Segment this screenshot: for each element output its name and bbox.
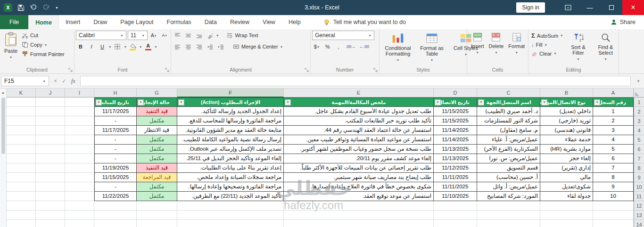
cell-J3[interactable] [36, 116, 65, 126]
filter-button-C[interactable]: ▼ [478, 99, 484, 105]
tab-insert[interactable]: Insert [59, 15, 87, 29]
tab-view[interactable]: View [256, 15, 282, 29]
cell-F10[interactable]: مراجعة الفاتورة وتصحيحها وإعادة إرسالها. [177, 182, 284, 192]
align-middle-button[interactable] [183, 31, 193, 40]
cell-D14[interactable] [434, 220, 477, 227]
table-header-F[interactable]: الإجراء المطلوب (Action)▼ [177, 97, 284, 107]
enter-formula-button[interactable]: ✓ [62, 78, 66, 84]
delete-cells-button[interactable]: Delete ▼ [487, 31, 506, 66]
cell-D9[interactable]: 11/11/2025 [434, 173, 477, 182]
row-header-10[interactable]: 10 [634, 182, 644, 192]
cell-A8[interactable]: 7 [593, 163, 634, 173]
merge-center-button[interactable]: Merge & Center ▼ [231, 43, 284, 50]
name-box-dropdown-icon[interactable]: ▼ [43, 80, 46, 83]
cell-E8[interactable]: طلب تقرير إحصائي عن بيانات المبيعات للأج… [284, 163, 434, 173]
cell-G12[interactable] [137, 201, 177, 211]
cell-H13[interactable] [94, 211, 137, 220]
format-cells-button[interactable]: Format ▼ [506, 31, 527, 66]
cell-F7[interactable]: إلغاء الموعد وتأكيد الحجز البديل في 25/1… [177, 154, 284, 163]
column-header-H[interactable]: H [94, 89, 137, 97]
cell-K3[interactable] [7, 116, 36, 126]
filter-button-D[interactable]: ▼ [435, 99, 441, 105]
cell-H10[interactable]: - [94, 182, 137, 192]
cell-A6[interactable]: 5 [593, 145, 634, 154]
cell-A4[interactable]: 3 [593, 126, 634, 135]
undo-button[interactable] [30, 4, 37, 11]
cell-J6[interactable] [36, 145, 65, 154]
increase-decimal-button[interactable]: .00→ [345, 42, 357, 51]
cell-G14[interactable] [137, 220, 177, 227]
cell-I12[interactable] [65, 201, 94, 211]
cell-G11[interactable]: مكتمل [137, 192, 177, 201]
alignment-dialog-launcher[interactable] [305, 68, 309, 72]
cell-F2[interactable]: إعداد الجدول الجديد وإرساله للتأكيد. [177, 107, 284, 116]
cell-I1[interactable] [65, 97, 94, 107]
cell-G7[interactable]: مكتمل [137, 154, 177, 163]
font-family-select[interactable]: Calibri ▼ [76, 31, 126, 40]
cell-A9[interactable]: 8 [593, 173, 634, 182]
wrap-text-button[interactable]: Wrap Text [225, 32, 259, 39]
cancel-formula-button[interactable]: × [54, 78, 57, 84]
align-left-button[interactable] [173, 42, 182, 51]
cell-K10[interactable] [7, 182, 36, 192]
increase-font-size-button[interactable]: A▲ [149, 31, 158, 40]
row-header-9[interactable]: 9 [634, 173, 644, 182]
cell-C8[interactable]: قسم التسويق [477, 163, 540, 173]
cell-K9[interactable] [7, 173, 36, 182]
cell-C4[interactable]: م. سامح (مقاول) [477, 126, 540, 135]
cell-J2[interactable] [36, 107, 65, 116]
cell-E14[interactable] [284, 220, 434, 227]
cell-J13[interactable] [36, 211, 65, 220]
cell-D11[interactable]: 11/10/2025 [434, 192, 477, 201]
cell-H8[interactable]: 11/19/2025 [94, 163, 137, 173]
cell-I2[interactable] [65, 107, 94, 116]
filter-button-H[interactable]: ▼ [96, 99, 102, 105]
orientation-button[interactable]: ab [205, 31, 215, 40]
select-all-corner[interactable] [634, 89, 644, 97]
cell-C12[interactable] [477, 201, 540, 211]
row-header-11[interactable]: 11 [634, 192, 644, 201]
cell-G10[interactable]: مكتمل [137, 182, 177, 192]
column-header-F[interactable]: F [177, 89, 284, 97]
clear-dropdown-icon[interactable]: ▼ [553, 52, 556, 55]
table-header-E[interactable]: ملخص المكالمة/المهمة▼ [284, 97, 434, 107]
cell-D6[interactable]: 11/13/2025 [434, 145, 477, 154]
cell-F11[interactable]: تأكيد الموعد الجديد (22/11) مع الطرفين. [177, 192, 284, 201]
filter-button-A[interactable]: ▼ [594, 99, 600, 105]
align-top-button[interactable] [173, 31, 182, 40]
cell-D3[interactable]: 11/15/2025 [434, 116, 477, 126]
cell-K4[interactable] [7, 126, 36, 135]
percent-button[interactable]: % [323, 42, 332, 51]
number-dialog-launcher[interactable] [373, 68, 378, 72]
column-header-A[interactable]: A [593, 89, 634, 97]
tab-review[interactable]: Review [223, 15, 256, 29]
cell-E6[interactable]: طلب نسخة من سجل حضور وغياب الموظفين لشهر… [284, 145, 434, 154]
cell-A10[interactable]: 9 [593, 182, 634, 192]
paste-button[interactable]: Paste ▼ [1, 31, 20, 66]
table-header-B[interactable]: نوع الاتصال/المهمة▼ [540, 97, 593, 107]
cell-A7[interactable]: 6 [593, 154, 634, 163]
scrollbar-thumb[interactable] [1, 97, 5, 154]
tab-file[interactable]: File [0, 15, 28, 29]
cell-B8[interactable]: إداري (تقرير) [540, 163, 593, 173]
cell-H14[interactable] [94, 220, 137, 227]
cell-I6[interactable] [65, 145, 94, 154]
filter-button-G[interactable]: ▼ [138, 99, 144, 105]
cell-K5[interactable] [7, 135, 36, 145]
cell-C3[interactable]: شركة النور للمستلزمات [477, 116, 540, 126]
share-button[interactable]: Share [611, 15, 636, 29]
cell-B3[interactable]: توريد (خارجي) [540, 116, 593, 126]
cell-F4[interactable]: متابعة حالة العقد مع مدير الشؤون القانون… [177, 126, 284, 135]
fill-color-button[interactable] [128, 42, 138, 51]
cell-H7[interactable]: - [94, 154, 137, 163]
table-header-C[interactable]: اسم المتصل/الجهة▼ [477, 97, 540, 107]
cell-B7[interactable]: إلغاء حجز [540, 154, 593, 163]
cell-A5[interactable]: 4 [593, 135, 634, 145]
bold-button[interactable]: B [76, 42, 85, 51]
tab-data[interactable]: Data [198, 15, 223, 29]
insert-function-button[interactable]: fx [71, 78, 75, 85]
table-header-A[interactable]: رقم السجل▼ [593, 97, 634, 107]
cell-E9[interactable]: طلب إيضاح بند مصاريف صيانة شهر سبتمبر. [284, 173, 434, 182]
cell-D10[interactable]: 11/11/2025 [434, 182, 477, 192]
paste-dropdown-icon[interactable]: ▼ [9, 55, 12, 60]
